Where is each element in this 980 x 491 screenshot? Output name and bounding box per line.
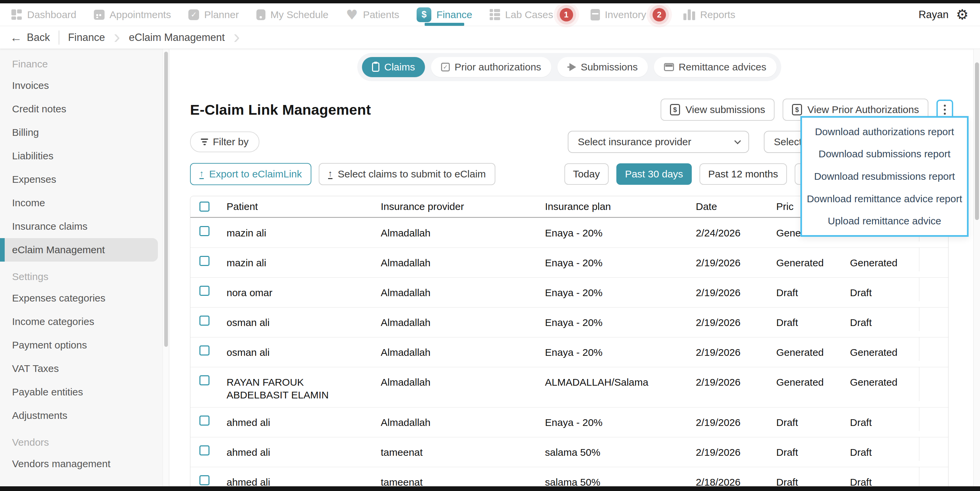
tab-label: Prior authorizations	[455, 61, 541, 73]
cell-status-1: Draft	[768, 437, 842, 459]
nav-label: Reports	[700, 9, 735, 21]
nav-item-dashboard[interactable]: Dashboard	[11, 3, 76, 26]
sidebar-item-eclaim-management[interactable]: eClaim Management	[0, 238, 158, 261]
inventory-badge: 2	[652, 8, 666, 21]
sidebar-item-income[interactable]: Income	[0, 191, 158, 215]
top-navigation: Dashboard Appointments ✓ Planner My Sche…	[0, 3, 980, 26]
sidebar-item-expenses-categories[interactable]: Expenses categories	[0, 286, 158, 310]
cell-date: 2/19/2026	[688, 278, 768, 299]
tab-submissions[interactable]: Submissions	[557, 57, 648, 77]
sidebar-item-adjustments[interactable]: Adjustments	[0, 404, 158, 427]
tab-prior-authorizations[interactable]: ✓ Prior authorizations	[431, 57, 551, 77]
row-checkbox[interactable]	[199, 316, 210, 326]
nav-label: Appointments	[110, 9, 171, 21]
sidebar-scrollbar-thumb[interactable]	[164, 52, 168, 347]
nav-item-patients[interactable]: ♥ Patients	[346, 3, 399, 26]
sidebar-item-credit-notes[interactable]: Credit notes	[0, 97, 158, 121]
cell-plan: ALMADALLAH/Salama	[537, 367, 688, 389]
date-filter-past-12-months[interactable]: Past 12 months	[700, 163, 787, 185]
inventory-icon	[590, 9, 600, 21]
sidebar-item-expenses[interactable]: Expenses	[0, 168, 158, 191]
table-row[interactable]: ahmed ali Almadallah Enaya - 20% 2/19/20…	[190, 407, 948, 437]
date-filter-today[interactable]: Today	[565, 163, 609, 185]
menu-item-download-remittance-advice-report[interactable]: Download remittance advice report	[802, 190, 967, 207]
row-checkbox[interactable]	[199, 226, 210, 236]
table-row[interactable]: ahmed ali tameenat salama 50% 2/19/2026 …	[190, 437, 948, 467]
sidebar-item-vat-taxes[interactable]: VAT Taxes	[0, 357, 158, 380]
sidebar-item-vendors-management[interactable]: Vendors management	[0, 452, 158, 475]
table-row[interactable]: osman ali Almadallah Enaya - 20% 2/19/20…	[190, 337, 948, 367]
row-checkbox[interactable]	[199, 346, 210, 355]
column-header-patient: Patient	[218, 200, 373, 213]
insurance-provider-select[interactable]: Select insurance provider	[568, 131, 749, 153]
sidebar-item-payable-entities[interactable]: Payable entities	[0, 380, 158, 404]
menu-item-download-submissions-report[interactable]: Download submissions report	[802, 145, 967, 162]
view-submissions-button[interactable]: $ View submissions	[660, 99, 775, 121]
page-scrollbar-thumb[interactable]	[975, 62, 979, 220]
nav-item-reports[interactable]: Reports	[683, 3, 735, 26]
cell-status-2: Generated	[842, 337, 919, 359]
nav-item-finance[interactable]: $ Finance	[417, 3, 472, 26]
sidebar-item-payment-options[interactable]: Payment options	[0, 333, 158, 357]
user-name: Rayan	[919, 9, 949, 21]
menu-item-upload-remittance-advice[interactable]: Upload remittance advice	[802, 213, 967, 230]
submissions-send-icon	[570, 63, 576, 71]
cell-patient: nora omar	[218, 278, 373, 299]
tab-claims[interactable]: Claims	[362, 57, 425, 77]
cell-date: 2/19/2026	[688, 248, 768, 269]
cell-provider: tameenat	[373, 467, 537, 486]
sidebar-item-insurance-claims[interactable]: Insurance claims	[0, 215, 158, 238]
sidebar-item-income-categories[interactable]: Income categories	[0, 310, 158, 333]
select-all-checkbox[interactable]	[199, 202, 210, 212]
row-checkbox[interactable]	[199, 445, 210, 456]
cell-provider: Almadallah	[373, 408, 537, 429]
nav-item-my-schedule[interactable]: My Schedule	[256, 3, 328, 26]
sidebar-scrollbar[interactable]	[162, 49, 169, 486]
tab-label: Submissions	[581, 61, 638, 73]
export-to-eclaimlink-button[interactable]: ↑ Export to eClaimLink	[190, 163, 311, 185]
row-checkbox[interactable]	[199, 375, 210, 385]
breadcrumb-item-finance[interactable]: Finance	[68, 32, 105, 44]
back-button[interactable]: ← Back	[10, 30, 50, 45]
menu-item-download-authorizations-report[interactable]: Download authorizations report	[802, 123, 967, 140]
nav-item-appointments[interactable]: Appointments	[94, 3, 171, 26]
table-row[interactable]: ahmed ali tameenat salama 50% 2/18/2026 …	[190, 467, 948, 486]
date-filter-past-30-days[interactable]: Past 30 days	[616, 163, 692, 185]
patients-heart-icon: ♥	[346, 10, 358, 20]
sidebar-item-billing[interactable]: Billing	[0, 121, 158, 144]
nav-label: Lab Cases	[505, 9, 553, 21]
row-checkbox[interactable]	[199, 416, 210, 426]
breadcrumb-item-eclaim[interactable]: eClaim Management	[129, 32, 225, 44]
filter-by-button[interactable]: Filter by	[190, 131, 259, 152]
chevron-down-icon	[734, 137, 741, 144]
sidebar-item-invoices[interactable]: Invoices	[0, 74, 158, 97]
cell-status-1: Generated	[768, 337, 842, 359]
row-checkbox[interactable]	[199, 286, 210, 296]
breadcrumb-divider	[59, 30, 59, 45]
sidebar-section-vendors: Vendors	[0, 427, 169, 452]
menu-item-download-resubmissions-report[interactable]: Download resubmissions report	[802, 168, 967, 185]
select-claims-to-submit-button[interactable]: ↑ Select claims to submit to eClaim	[319, 163, 495, 185]
table-row[interactable]: osman ali Almadallah Enaya - 20% 2/19/20…	[190, 307, 948, 337]
tab-remittance-advices[interactable]: Remittance advices	[654, 57, 776, 77]
nav-item-inventory[interactable]: Inventory 2	[590, 3, 666, 26]
table-row[interactable]: nora omar Almadallah Enaya - 20% 2/19/20…	[190, 277, 948, 307]
cell-status-1: Generated	[768, 248, 842, 269]
claims-clipboard-icon	[372, 62, 379, 72]
sidebar-item-liabilities[interactable]: Liabilities	[0, 144, 158, 168]
dollar-document-icon: $	[792, 104, 802, 115]
page-scrollbar[interactable]	[973, 49, 980, 486]
gear-icon[interactable]: ⚙	[956, 8, 969, 22]
cell-sliver	[919, 467, 948, 486]
window-bottom-edge	[0, 486, 980, 491]
row-checkbox[interactable]	[199, 475, 210, 485]
cell-patient: osman ali	[218, 337, 373, 359]
row-checkbox[interactable]	[199, 256, 210, 266]
nav-item-planner[interactable]: ✓ Planner	[188, 3, 239, 26]
table-row[interactable]: mazin ali Almadallah Enaya - 20% 2/19/20…	[190, 247, 948, 277]
nav-item-lab-cases[interactable]: Lab Cases 1	[490, 3, 573, 26]
claims-table: Patient Insurance provider Insurance pla…	[190, 196, 948, 486]
table-row[interactable]: RAYAN FAROUK ABDELBASIT ELAMIN Almadalla…	[190, 367, 948, 407]
cell-sliver	[919, 278, 948, 301]
chevron-right-icon: ›	[114, 27, 120, 46]
